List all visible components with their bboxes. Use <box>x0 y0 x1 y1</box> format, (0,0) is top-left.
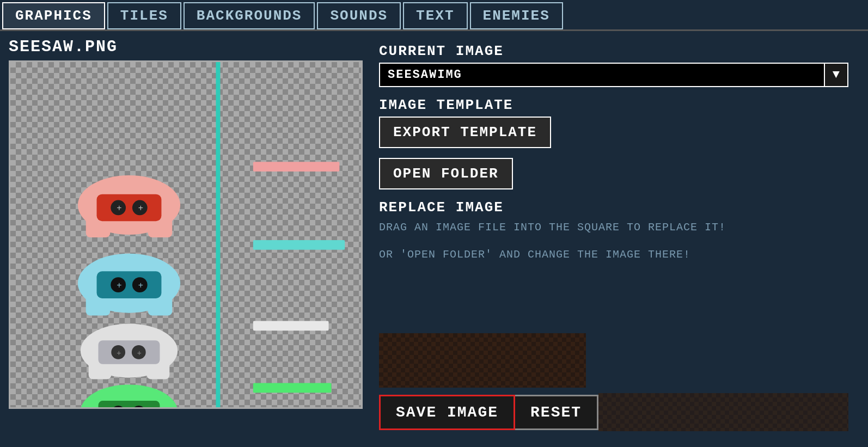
current-image-section: CURRENT IMAGE SEESAWIMG ▼ <box>379 43 848 87</box>
svg-text:+: + <box>138 203 143 212</box>
svg-text:+: + <box>137 348 142 357</box>
image-dropdown-value[interactable]: SEESAWIMG <box>379 63 824 87</box>
svg-rect-4 <box>253 383 332 393</box>
tab-text[interactable]: TEXT <box>403 2 467 29</box>
export-template-button[interactable]: EXPORT TEMPLATE <box>379 117 551 148</box>
svg-text:+: + <box>117 348 121 357</box>
svg-rect-2 <box>253 240 345 250</box>
replace-image-section: REPLACE IMAGE DRAG AN IMAGE FILE INTO TH… <box>379 199 848 264</box>
noise-region <box>379 333 586 388</box>
preview-svg: + + + + + + <box>10 62 361 407</box>
open-folder-button[interactable]: OPEN FOLDER <box>379 158 513 189</box>
svg-rect-32 <box>99 401 160 407</box>
top-nav: GRAPHICS TILES BACKGROUNDS SOUNDS TEXT E… <box>0 0 868 31</box>
svg-rect-16 <box>97 271 162 298</box>
main-content: SEESAW.PNG <box>0 31 868 443</box>
reset-button[interactable]: RESET <box>515 395 598 430</box>
svg-rect-37 <box>229 167 234 372</box>
tab-tiles[interactable]: TILES <box>107 2 181 29</box>
right-panel: CURRENT IMAGE SEESAWIMG ▼ IMAGE TEMPLATE… <box>368 38 859 437</box>
svg-rect-24 <box>99 340 160 364</box>
save-image-button[interactable]: SAVE IMAGE <box>379 395 515 430</box>
replace-text-2: OR 'OPEN FOLDER' AND CHANGE THE IMAGE TH… <box>379 246 848 264</box>
bottom-buttons-row: SAVE IMAGE RESET <box>379 393 848 431</box>
tab-backgrounds[interactable]: BACKGROUNDS <box>184 2 315 29</box>
tab-graphics[interactable]: GRAPHICS <box>2 2 105 29</box>
tab-enemies[interactable]: ENEMIES <box>470 2 563 29</box>
noise-region-2 <box>598 393 848 431</box>
image-template-section: IMAGE TEMPLATE EXPORT TEMPLATE OPEN FOLD… <box>379 97 848 189</box>
svg-rect-8 <box>97 194 162 222</box>
replace-text-1: DRAG AN IMAGE FILE INTO THE SQUARE TO RE… <box>379 219 848 236</box>
current-image-label: CURRENT IMAGE <box>379 43 848 59</box>
svg-rect-1 <box>253 162 340 172</box>
replace-image-label: REPLACE IMAGE <box>379 199 848 216</box>
svg-text:+: + <box>117 203 121 212</box>
image-title: SEESAW.PNG <box>9 38 368 56</box>
svg-rect-3 <box>253 321 329 331</box>
image-template-label: IMAGE TEMPLATE <box>379 97 848 113</box>
image-preview[interactable]: + + + + + + <box>9 60 363 409</box>
image-dropdown-row: SEESAWIMG ▼ <box>379 63 848 87</box>
dropdown-arrow-icon[interactable]: ▼ <box>824 63 848 87</box>
svg-text:+: + <box>138 280 143 290</box>
tab-sounds[interactable]: SOUNDS <box>317 2 401 29</box>
svg-text:+: + <box>117 280 121 290</box>
left-panel: SEESAW.PNG <box>9 38 368 437</box>
